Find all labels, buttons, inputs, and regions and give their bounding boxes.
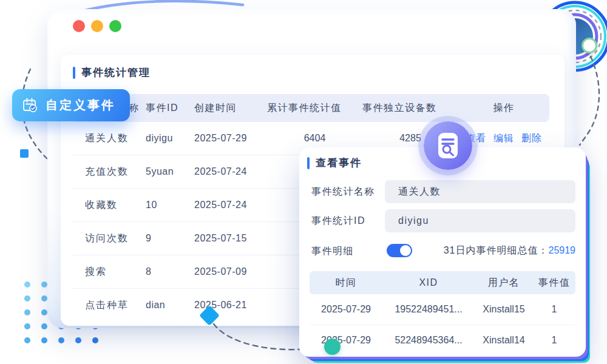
cell-event-name: 充值次数 bbox=[73, 166, 146, 178]
decor-dot bbox=[41, 323, 47, 329]
teal-circle-decor bbox=[324, 339, 341, 355]
title-accent-bar bbox=[73, 67, 75, 79]
page-title-text: 事件统计管理 bbox=[81, 66, 151, 79]
cell-created: 2025-07-15 bbox=[194, 233, 267, 244]
cell-event-name: 通关人数 bbox=[73, 132, 146, 145]
event-detail-label: 事件明细 bbox=[311, 245, 354, 258]
column-header-devices: 事件独立设备数 bbox=[362, 102, 458, 115]
custom-event-badge[interactable]: 自定义事件 bbox=[12, 89, 130, 121]
event-name-field[interactable]: 通关人数 bbox=[385, 180, 575, 203]
stage: 事件统计管理 事件统计名称 事件ID 创建时间 累计事件统计值 事件独立设备数 … bbox=[0, 0, 607, 364]
event-name-label: 事件统计名称 bbox=[311, 186, 375, 198]
event-detail-toggle[interactable] bbox=[387, 244, 412, 257]
detail-summary-label: 31日内事件明细总值： bbox=[444, 245, 549, 255]
cell-event-name: 访问次数 bbox=[73, 232, 146, 245]
detail-table-row: 2025-07-2919522489451...Xinstall151 bbox=[310, 294, 575, 325]
decor-dot bbox=[41, 295, 47, 302]
cell-time: 2025-07-29 bbox=[310, 304, 382, 315]
edit-link[interactable]: 编辑 bbox=[493, 132, 514, 145]
toggle-knob bbox=[400, 245, 411, 256]
detail-summary-value: 25919 bbox=[549, 245, 576, 255]
cell-xid: 52248945364... bbox=[382, 335, 475, 346]
blue-square-decor bbox=[20, 149, 29, 158]
document-search-icon bbox=[436, 131, 460, 160]
event-id-label: 事件统计ID bbox=[311, 215, 365, 228]
right-dashed-arc bbox=[580, 56, 599, 145]
green-ring-dot-decor bbox=[582, 38, 597, 53]
decor-dot bbox=[41, 281, 47, 288]
detail-summary: 31日内事件明细总值：25919 bbox=[444, 244, 575, 257]
decor-dot bbox=[92, 337, 98, 343]
calendar-check-icon bbox=[22, 97, 38, 113]
view-event-panel: 查看事件 事件统计名称 通关人数 事件统计ID diyigu 事件明细 31日内… bbox=[299, 147, 586, 357]
decor-dot bbox=[24, 309, 30, 315]
decor-dot bbox=[24, 281, 30, 288]
minimize-window-button[interactable] bbox=[91, 20, 103, 32]
cell-event-id: 9 bbox=[146, 233, 194, 244]
decor-dot bbox=[41, 337, 47, 343]
decor-dot bbox=[75, 337, 81, 343]
event-table-header: 事件统计名称 事件ID 创建时间 累计事件统计值 事件独立设备数 操作 bbox=[73, 94, 549, 122]
panel-title-text: 查看事件 bbox=[316, 156, 362, 170]
delete-link[interactable]: 删除 bbox=[521, 132, 542, 145]
panel-title-accent-bar bbox=[307, 157, 310, 169]
column-header-id: 事件ID bbox=[146, 102, 194, 115]
cell-created: 2025-07-24 bbox=[194, 166, 267, 177]
cell-total: 6404 bbox=[267, 133, 362, 144]
page-title: 事件统计管理 bbox=[73, 66, 151, 79]
cell-xid: 19522489451... bbox=[382, 304, 475, 315]
cell-event-id: diyigu bbox=[146, 133, 194, 144]
decor-dot bbox=[41, 309, 47, 315]
decor-dot bbox=[24, 295, 30, 302]
column-header-actions: 操作 bbox=[458, 102, 549, 115]
cell-value: 1 bbox=[533, 304, 575, 315]
cell-event-name: 点击种草 bbox=[73, 299, 146, 312]
column-header-total: 累计事件统计值 bbox=[267, 102, 362, 115]
event-id-field[interactable]: diyigu bbox=[385, 209, 575, 232]
detail-table-row: 2025-07-2952248945364...Xinstall141 bbox=[310, 325, 575, 356]
cell-event-id: 5yuan bbox=[146, 166, 194, 177]
decor-dot bbox=[24, 337, 30, 343]
detail-column-username: 用户名 bbox=[475, 277, 533, 289]
decor-dot bbox=[24, 323, 30, 329]
detail-column-value: 事件值 bbox=[533, 277, 575, 289]
cell-event-name: 搜索 bbox=[73, 266, 146, 278]
cell-value: 1 bbox=[533, 335, 575, 346]
detail-table: 时间 XID 用户名 事件值 2025-07-2919522489451...X… bbox=[310, 271, 575, 356]
cell-created: 2025-07-09 bbox=[194, 266, 267, 277]
decor-dot bbox=[58, 337, 64, 343]
cell-event-id: 8 bbox=[146, 266, 194, 277]
cell-event-name: 收藏数 bbox=[73, 199, 146, 212]
close-window-button[interactable] bbox=[73, 20, 85, 32]
detail-column-xid: XID bbox=[382, 277, 475, 288]
detail-table-header: 时间 XID 用户名 事件值 bbox=[310, 271, 575, 294]
zoom-window-button[interactable] bbox=[109, 20, 121, 32]
cell-username: Xinstall14 bbox=[475, 335, 533, 346]
cell-created: 2025-07-29 bbox=[194, 133, 267, 144]
cell-event-id: 10 bbox=[146, 200, 194, 211]
cell-time: 2025-07-29 bbox=[310, 335, 382, 346]
detail-column-time: 时间 bbox=[310, 277, 382, 289]
cell-username: Xinstall15 bbox=[475, 304, 533, 315]
cell-event-id: dian bbox=[146, 300, 194, 311]
custom-event-badge-label: 自定义事件 bbox=[46, 97, 115, 113]
panel-title: 查看事件 bbox=[307, 156, 362, 170]
detail-table-body: 2025-07-2919522489451...Xinstall1512025-… bbox=[310, 294, 575, 356]
cell-created: 2025-07-24 bbox=[194, 200, 267, 211]
view-event-button[interactable] bbox=[424, 121, 472, 170]
column-header-created: 创建时间 bbox=[194, 102, 267, 115]
